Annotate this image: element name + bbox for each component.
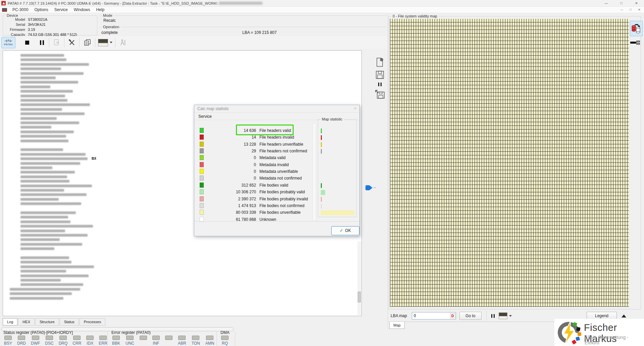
led-label: AMN <box>205 341 214 346</box>
operation-lba: LBA = 109 215 807 <box>242 30 277 35</box>
tools-button[interactable] <box>67 39 77 46</box>
menu-item-service[interactable]: Service <box>51 7 71 13</box>
log-scrollbar-thumb[interactable] <box>358 292 361 302</box>
log-line-redacted <box>20 121 79 124</box>
mdi-minimize-icon[interactable]: — <box>618 7 625 12</box>
log-line-redacted <box>20 234 88 237</box>
log-line-redacted <box>20 180 69 183</box>
register-cell: DWF <box>31 336 40 346</box>
pc3000-menu-icon[interactable] <box>2 8 7 12</box>
map-mode-thumbnail-icon[interactable] <box>499 312 507 319</box>
new-report-icon[interactable] <box>376 58 384 67</box>
stat-value: 14 <box>214 135 256 140</box>
log-line-redacted <box>20 54 64 57</box>
menu-item-pc-3000[interactable]: PC-3000 <box>9 7 31 13</box>
tab-hex[interactable]: HEX <box>18 318 35 326</box>
tab-map[interactable]: Map <box>389 322 405 329</box>
log-line-redacted <box>20 58 66 61</box>
map-dropdown-arrow-icon[interactable] <box>110 42 112 43</box>
map-pause-icon[interactable] <box>491 314 495 318</box>
mdi-close-icon[interactable]: ✕ <box>636 7 643 12</box>
menu-item-help[interactable]: Help <box>93 7 107 13</box>
save-icon[interactable] <box>376 70 384 79</box>
device-field-label: Serial <box>4 22 25 27</box>
collapse-up-arrow-icon[interactable] <box>622 314 626 317</box>
log-line-redacted <box>20 275 89 277</box>
stat-label: File headers not confirmed <box>259 149 307 153</box>
stat-row: 0Metadata valid <box>194 154 315 161</box>
stat-row: 0Metadata unverifiable <box>194 168 315 175</box>
mode-group: Mode Recalc <box>99 15 387 24</box>
map-statistic-group: Map statistic <box>318 119 357 217</box>
log-line-redacted <box>20 63 89 66</box>
copy-data-button[interactable] <box>630 21 643 36</box>
pane-divider[interactable] <box>388 13 388 330</box>
led-label: ERR <box>99 341 107 346</box>
device-field-label: Firmware <box>4 27 25 32</box>
check-icon: ✓ <box>340 228 343 233</box>
device-field-value: ST380021A <box>28 17 47 22</box>
stat-value: 29 <box>214 149 256 153</box>
splitter-handle[interactable] <box>374 187 376 188</box>
register-cell <box>165 336 172 346</box>
menu-item-windows[interactable]: Windows <box>71 7 93 13</box>
dialog-title[interactable]: Calc map statistic <box>194 105 359 113</box>
validity-map-grid[interactable] <box>390 19 629 307</box>
stat-color-swatch <box>200 128 204 133</box>
pause-button[interactable] <box>38 40 46 45</box>
stat-value: 13 228 <box>214 142 256 147</box>
save-as-icon[interactable] <box>375 90 385 99</box>
mdi-restore-icon[interactable]: □ <box>627 7 634 12</box>
log-line-redacted <box>20 135 66 138</box>
led-label: UNC <box>126 341 134 346</box>
log-line-redacted <box>20 211 76 214</box>
log-scrollbar[interactable] <box>357 241 361 315</box>
lba-input[interactable] <box>412 312 456 319</box>
tab-log[interactable]: Log <box>3 318 17 326</box>
stop-button[interactable] <box>23 41 32 45</box>
exit-task-button[interactable] <box>118 39 128 46</box>
dialog-close-icon[interactable]: ✕ <box>354 106 357 111</box>
tab-status[interactable]: Status <box>60 318 79 326</box>
menu-item-options[interactable]: Options <box>31 7 51 13</box>
tab-processes[interactable]: Processes <box>80 318 105 326</box>
log-line-redacted <box>20 72 84 75</box>
dma-group: DMA RQ <box>220 330 233 346</box>
goto-button[interactable]: Go to <box>459 312 482 320</box>
led-label: DRQ <box>59 341 68 346</box>
lba-dec-hex-icon[interactable]: D <box>450 313 455 318</box>
stat-color-swatch <box>200 176 204 181</box>
led-label: DWF <box>31 341 40 346</box>
connector-icon[interactable] <box>630 40 640 46</box>
ok-button[interactable]: ✓OK <box>331 226 359 235</box>
port-connector-icon <box>4 39 12 43</box>
register-cell <box>140 336 147 346</box>
log-line-redacted <box>20 99 67 102</box>
device-field-row: Firmware3.19 <box>4 27 77 32</box>
device-field-label: Model <box>4 17 25 22</box>
dialog-list-scrollbar[interactable] <box>312 123 316 221</box>
export-report-button[interactable] <box>52 39 61 46</box>
map-view-button[interactable] <box>98 39 112 46</box>
validity-map-title: 0 - File system validity map <box>391 14 439 18</box>
stat-color-swatch <box>200 162 204 167</box>
pause-log-icon[interactable] <box>378 83 382 86</box>
device-field-value: 3HV3K4J1 <box>28 22 46 27</box>
maximize-icon[interactable]: □ <box>614 0 629 7</box>
error-register-group: Error register (PATA0) BBKUNCINFABRTONAM… <box>111 330 215 346</box>
led-indicator <box>221 336 229 340</box>
tab-structure[interactable]: Structure <box>35 318 59 326</box>
led-indicator <box>206 336 213 340</box>
splitter-expand-arrow[interactable] <box>365 185 373 190</box>
log-line-redacted <box>20 238 60 241</box>
minimize-icon[interactable]: — <box>599 0 614 7</box>
log-line-redacted <box>20 90 73 93</box>
copy-maps-button[interactable] <box>82 39 92 46</box>
map-mode-dropdown-arrow-icon[interactable] <box>509 315 512 317</box>
pata0-port-button[interactable]: PATA0 <box>1 37 15 48</box>
stat-row: 80 003 339File bodies unverifiable <box>194 209 315 216</box>
led-indicator <box>4 336 12 340</box>
stat-color-swatch <box>200 169 204 174</box>
register-cell: RQ <box>221 336 229 346</box>
close-icon[interactable]: ✕ <box>629 0 644 7</box>
